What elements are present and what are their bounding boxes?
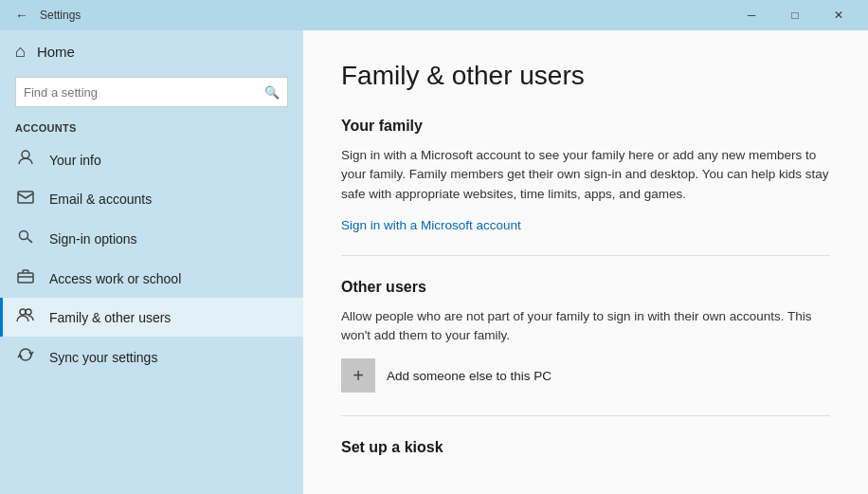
sidebar-item-sign-in-options[interactable]: Sign-in options [0,218,303,259]
sidebar: ⌂ Home 🔍 Accounts Your info [0,30,303,494]
close-icon: ✕ [834,9,843,22]
email-icon [15,190,36,209]
sidebar-item-access-work-school[interactable]: Access work or school [0,259,303,298]
person-icon [15,149,36,171]
access-work-school-label: Access work or school [49,271,181,286]
main-layout: ⌂ Home 🔍 Accounts Your info [0,30,868,494]
sync-icon [15,346,36,368]
briefcase-icon [15,268,36,288]
sidebar-item-family-other-users[interactable]: Family & other users [0,298,303,337]
maximize-button[interactable]: □ [773,0,817,30]
maximize-icon: □ [791,9,798,22]
close-button[interactable]: ✕ [817,0,860,30]
add-someone-button[interactable]: + [341,358,375,393]
sidebar-item-sync-settings[interactable]: Sync your settings [0,337,303,377]
other-users-heading: Other users [341,279,830,296]
page-title: Family & other users [341,61,830,91]
home-icon: ⌂ [15,42,26,62]
home-label: Home [37,44,75,60]
content-area: Family & other users Your family Sign in… [303,30,868,494]
sidebar-item-home[interactable]: ⌂ Home [0,30,303,73]
key-icon [15,228,36,249]
add-user-row: + Add someone else to this PC [341,358,830,393]
your-family-body: Sign in with a Microsoft account to see … [341,146,830,204]
divider-2 [341,415,830,416]
family-icon [15,307,36,327]
titlebar: ← Settings ─ □ ✕ [0,0,868,30]
email-accounts-label: Email & accounts [49,192,152,207]
add-someone-label: Add someone else to this PC [387,369,552,383]
svg-rect-3 [18,273,33,283]
search-input[interactable] [24,85,264,100]
other-users-body: Allow people who are not part of your fa… [341,307,830,346]
svg-point-5 [26,309,31,315]
family-other-users-label: Family & other users [49,310,171,325]
divider-1 [341,255,830,256]
minimize-icon: ─ [748,9,756,22]
svg-rect-1 [18,192,33,203]
sidebar-item-email-accounts[interactable]: Email & accounts [0,180,303,218]
sign-in-microsoft-link[interactable]: Sign in with a Microsoft account [341,218,521,232]
titlebar-back-button[interactable]: ← [8,1,36,29]
svg-point-2 [20,231,28,240]
your-family-heading: Your family [341,118,830,135]
kiosk-heading: Set up a kiosk [341,439,830,456]
sign-in-options-label: Sign-in options [49,231,137,247]
minimize-button[interactable]: ─ [730,0,773,30]
titlebar-title: Settings [40,9,81,22]
window-controls: ─ □ ✕ [730,0,860,30]
sync-settings-label: Sync your settings [49,350,157,365]
svg-point-0 [22,151,29,158]
sidebar-section-label: Accounts [0,119,303,137]
search-icon: 🔍 [264,85,280,100]
svg-point-4 [20,309,26,315]
sidebar-item-your-info[interactable]: Your info [0,139,303,180]
your-info-label: Your info [49,153,101,168]
plus-icon: + [353,365,364,387]
back-icon: ← [15,8,28,23]
search-box[interactable]: 🔍 [15,77,288,107]
